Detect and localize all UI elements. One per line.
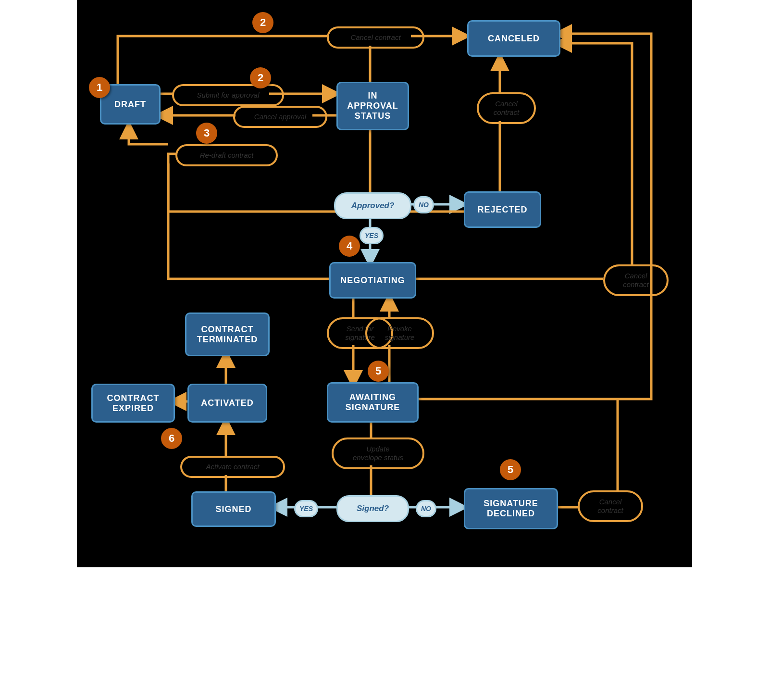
label: Submit for approval bbox=[197, 91, 259, 100]
marker-6: 6 bbox=[161, 428, 182, 449]
label: CANCELED bbox=[488, 34, 540, 44]
flowchart-canvas: DRAFT IN APPROVAL STATUS CANCELED REJECT… bbox=[77, 0, 692, 567]
state-rejected: REJECTED bbox=[464, 191, 541, 228]
marker-2a: 2 bbox=[252, 12, 273, 33]
label: Cancel contract bbox=[494, 100, 519, 117]
marker-5b: 5 bbox=[500, 459, 521, 480]
decision-signed-yes: YES bbox=[294, 500, 318, 517]
state-activated: ACTIVATED bbox=[187, 384, 267, 423]
label: 5 bbox=[375, 365, 381, 377]
label: SIGNED bbox=[215, 504, 251, 514]
decision-signed: Signed? bbox=[336, 495, 409, 522]
label: Cancel approval bbox=[254, 112, 306, 121]
label: 3 bbox=[204, 127, 210, 139]
label: Cancel contract bbox=[350, 33, 400, 42]
label: Activate contract bbox=[206, 462, 260, 471]
label: NEGOTIATING bbox=[340, 275, 405, 286]
marker-2b: 2 bbox=[250, 67, 271, 88]
action-update-envelope-status: Update envelope status bbox=[332, 438, 424, 469]
action-redraft-contract: Re-draft contract bbox=[175, 144, 278, 166]
decision-approved: Approved? bbox=[334, 192, 411, 219]
label: 6 bbox=[169, 432, 174, 445]
action-cancel-approval: Cancel approval bbox=[233, 106, 327, 128]
label: DRAFT bbox=[114, 100, 146, 110]
state-contract-terminated: CONTRACT TERMINATED bbox=[185, 312, 270, 356]
state-awaiting-signature: AWAITING SIGNATURE bbox=[327, 382, 419, 423]
label: CONTRACT EXPIRED bbox=[107, 393, 160, 413]
action-cancel-contract-top: Cancel contract bbox=[327, 26, 424, 49]
label: Cancel contract bbox=[623, 272, 648, 289]
label: Update envelope status bbox=[353, 445, 403, 462]
label: Revoke signature bbox=[385, 325, 415, 342]
action-cancel-contract-rejected: Cancel contract bbox=[477, 92, 536, 124]
label: 5 bbox=[508, 463, 513, 476]
label: 1 bbox=[97, 81, 102, 94]
decision-approved-no: NO bbox=[413, 196, 434, 213]
decision-approved-yes: YES bbox=[360, 227, 384, 244]
state-contract-expired: CONTRACT EXPIRED bbox=[91, 384, 175, 423]
label: Cancel contract bbox=[597, 498, 623, 515]
action-revoke-signature: Revoke signature bbox=[365, 317, 434, 349]
label: YES bbox=[365, 232, 378, 239]
marker-1: 1 bbox=[89, 77, 110, 98]
marker-4: 4 bbox=[339, 236, 360, 257]
decision-signed-no: NO bbox=[416, 500, 436, 517]
label: Re-draft contract bbox=[200, 151, 254, 160]
state-signature-declined: SIGNATURE DECLINED bbox=[464, 488, 558, 529]
state-negotiating: NEGOTIATING bbox=[329, 262, 416, 299]
label: 4 bbox=[347, 240, 352, 252]
label: REJECTED bbox=[477, 205, 527, 215]
label: 2 bbox=[258, 72, 263, 84]
label: Signed? bbox=[357, 504, 389, 513]
label: NO bbox=[421, 505, 431, 512]
label: NO bbox=[419, 201, 429, 209]
action-activate-contract: Activate contract bbox=[180, 456, 285, 478]
marker-5a: 5 bbox=[368, 361, 389, 382]
label: YES bbox=[299, 505, 313, 512]
marker-3: 3 bbox=[196, 123, 217, 144]
label: SIGNATURE DECLINED bbox=[484, 499, 538, 519]
label: Approved? bbox=[351, 201, 395, 211]
state-signed: SIGNED bbox=[191, 491, 276, 527]
label: ACTIVATED bbox=[201, 398, 253, 408]
state-in-approval: IN APPROVAL STATUS bbox=[336, 82, 409, 130]
label: CONTRACT TERMINATED bbox=[197, 325, 258, 345]
label: IN APPROVAL STATUS bbox=[347, 91, 398, 121]
action-cancel-contract-negotiating: Cancel contract bbox=[603, 264, 669, 296]
label: AWAITING SIGNATURE bbox=[346, 392, 400, 412]
action-submit-for-approval: Submit for approval bbox=[172, 84, 284, 106]
action-cancel-contract-sigdeclined: Cancel contract bbox=[578, 490, 643, 522]
state-canceled: CANCELED bbox=[467, 20, 560, 57]
label: 2 bbox=[260, 16, 266, 29]
